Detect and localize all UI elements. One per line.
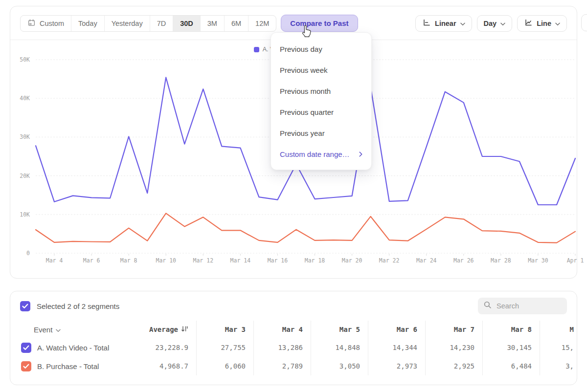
date-range-30d[interactable]: 30D <box>173 16 200 31</box>
value-cell: 30,145 <box>482 338 540 357</box>
menu-item-previous-year[interactable]: Previous year <box>271 123 371 144</box>
date-range-custom[interactable]: Custom <box>21 16 71 31</box>
y-axis-tick-label: 30K <box>10 133 30 140</box>
scale-label: Linear <box>435 20 456 27</box>
x-axis-tick-label: Mar 8 <box>113 257 144 264</box>
column-mar5[interactable]: Mar 5 <box>311 321 368 338</box>
chart-type-label: Line <box>537 20 551 27</box>
chevron-down-icon <box>460 20 465 27</box>
x-axis-tick-label: Mar 6 <box>76 257 107 264</box>
x-axis-tick-label: Mar 4 <box>39 257 70 264</box>
menu-item-previous-month[interactable]: Previous month <box>271 81 371 102</box>
search-icon <box>483 301 492 311</box>
chart-type-dropdown[interactable]: Line <box>517 15 567 32</box>
column-mar8[interactable]: Mar 8 <box>482 321 540 338</box>
chart-controls: Linear Day Line <box>415 15 567 32</box>
search-input[interactable] <box>497 302 562 310</box>
sort-descending-icon <box>181 326 188 334</box>
scale-dropdown[interactable]: Linear <box>415 15 472 32</box>
event-cell: B. Purchase - Total <box>20 357 139 375</box>
date-range-picker: Custom TodayYesterday7D30D3M6M12M <box>20 15 276 32</box>
interval-label: Day <box>484 20 497 27</box>
date-range-12m[interactable]: 12M <box>248 16 276 31</box>
x-axis-tick-label: Mar 28 <box>485 257 517 264</box>
segment-label: A. Watch Video - Total <box>37 344 109 352</box>
y-axis-tick-label: 20K <box>10 173 30 179</box>
event-header-label: Event <box>34 326 52 334</box>
table-row: A. Watch Video - Total23,228.927,75513,2… <box>20 338 577 357</box>
compare-to-past-menu: Previous dayPrevious weekPrevious monthP… <box>271 32 372 170</box>
chevron-down-icon <box>500 20 505 27</box>
value-cell: 3,050 <box>311 357 368 375</box>
column-mar4[interactable]: Mar 4 <box>253 321 311 338</box>
legend-swatch <box>254 47 259 52</box>
select-all-checkbox[interactable] <box>20 301 30 311</box>
interval-dropdown[interactable]: Day <box>477 15 513 32</box>
table-header-row: Event Average Mar 3 Mar 4 Mar 5 Mar 6 Ma… <box>20 321 577 338</box>
segments-card: Selected 2 of 2 segments Event Average <box>10 291 577 385</box>
date-range-7d[interactable]: 7D <box>150 16 173 31</box>
column-average[interactable]: Average <box>139 321 196 338</box>
custom-date-range-label: Custom date range… <box>280 150 350 158</box>
selected-segments-label: Selected 2 of 2 segments <box>37 302 119 310</box>
menu-item-previous-week[interactable]: Previous week <box>271 60 371 81</box>
x-axis-tick-label: Mar 12 <box>187 257 219 264</box>
x-axis-tick-label: Mar 20 <box>337 257 368 264</box>
x-axis-tick-label: Mar 26 <box>448 257 479 264</box>
value-cell: 6,484 <box>482 357 540 375</box>
date-range-3m[interactable]: 3M <box>200 16 224 31</box>
axis-linear-icon <box>422 19 431 28</box>
value-cell: 2,925 <box>425 357 482 375</box>
menu-item-custom-date-range[interactable]: Custom date range… <box>271 144 371 165</box>
y-axis-tick-label: 50K <box>10 56 30 63</box>
column-event[interactable]: Event <box>20 321 139 338</box>
chevron-down-icon <box>56 326 61 334</box>
average-header-label: Average <box>149 326 178 333</box>
menu-item-previous-day[interactable]: Previous day <box>271 39 371 60</box>
x-axis-tick-label: Mar 14 <box>225 257 256 264</box>
x-axis-tick-label: Mar 30 <box>522 257 554 264</box>
date-range-6m[interactable]: 6M <box>224 16 248 31</box>
compare-to-past-button[interactable]: Compare to Past <box>281 15 358 32</box>
column-mar6[interactable]: Mar 6 <box>368 321 425 338</box>
event-cell: A. Watch Video - Total <box>20 338 139 357</box>
calendar-icon <box>27 19 36 28</box>
value-cell: 14,848 <box>311 338 368 357</box>
column-cut[interactable]: M <box>540 321 577 338</box>
value-cell: 4,968.7 <box>139 357 196 375</box>
menu-item-previous-quarter[interactable]: Previous quarter <box>271 102 371 123</box>
clipped-button-sliver <box>581 14 587 31</box>
x-axis-tick-label: Apr 1 <box>560 257 587 264</box>
value-cell-cut: 15, <box>540 338 577 357</box>
segment-checkbox[interactable] <box>21 343 31 353</box>
value-cell: 27,755 <box>196 338 253 357</box>
value-cell: 2,789 <box>253 357 311 375</box>
x-axis-tick-label: Mar 10 <box>150 257 181 264</box>
value-cell: 23,228.9 <box>139 338 196 357</box>
y-axis-tick-label: 10K <box>10 211 30 218</box>
segments-table: Event Average Mar 3 Mar 4 Mar 5 Mar 6 Ma… <box>10 321 577 375</box>
value-cell: 14,344 <box>368 338 425 357</box>
value-cell-cut: 3, <box>540 357 577 375</box>
date-range-yesterday[interactable]: Yesterday <box>104 16 150 31</box>
segment-label: B. Purchase - Total <box>37 362 99 370</box>
chevron-down-icon <box>555 20 560 27</box>
y-axis-tick-label: 0 <box>10 250 30 257</box>
segment-checkbox[interactable] <box>21 361 31 371</box>
value-cell: 2,973 <box>368 357 425 375</box>
value-cell: 13,286 <box>253 338 311 357</box>
y-axis-tick-label: 40K <box>10 95 30 102</box>
search-box[interactable] <box>478 298 567 314</box>
x-axis-tick-label: Mar 16 <box>262 257 293 264</box>
x-axis-tick-label: Mar 22 <box>374 257 405 264</box>
column-mar7[interactable]: Mar 7 <box>425 321 482 338</box>
x-axis-tick-label: Mar 18 <box>299 257 331 264</box>
date-range-today[interactable]: Today <box>71 16 104 31</box>
value-cell: 6,060 <box>196 357 253 375</box>
value-cell: 14,230 <box>425 338 482 357</box>
chevron-right-icon <box>359 150 362 158</box>
date-range-custom-label: Custom <box>40 20 64 27</box>
column-mar3[interactable]: Mar 3 <box>196 321 253 338</box>
x-axis-tick-label: Mar 24 <box>411 257 442 264</box>
segments-header: Selected 2 of 2 segments <box>10 291 577 321</box>
